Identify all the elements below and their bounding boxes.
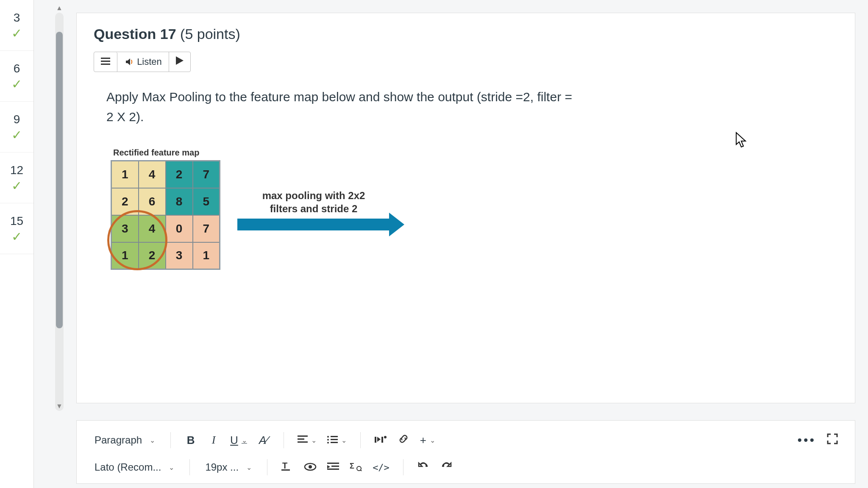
clear-format-icon: T xyxy=(281,461,293,474)
listen-label: Listen xyxy=(137,56,162,67)
accessibility-button[interactable] xyxy=(300,457,321,477)
feature-map-cell: 2 xyxy=(166,161,193,188)
equation-button[interactable]: Σ xyxy=(345,457,367,477)
link-icon xyxy=(398,433,409,448)
clear-formatting-button[interactable]: T xyxy=(277,457,298,477)
ellipsis-icon: ••• xyxy=(797,433,816,447)
plus-icon: + xyxy=(420,434,426,447)
svg-marker-24 xyxy=(327,465,330,469)
svg-marker-3 xyxy=(176,56,184,65)
svg-rect-0 xyxy=(101,58,110,59)
redo-button[interactable] xyxy=(436,457,457,477)
bold-label: B xyxy=(187,434,195,447)
align-left-icon xyxy=(298,434,308,447)
arrow-label-line-2: filters and stride 2 xyxy=(270,203,358,214)
block-format-dropdown[interactable]: Paragraph ⌄ xyxy=(89,430,161,450)
svg-point-9 xyxy=(327,439,329,441)
svg-rect-22 xyxy=(331,466,339,467)
code-view-button[interactable]: </> xyxy=(368,457,394,477)
feature-map-cell: 2 xyxy=(111,188,139,215)
more-tools-button[interactable]: ••• xyxy=(793,430,820,450)
listen-menu-button[interactable] xyxy=(94,52,117,72)
bullet-list-icon xyxy=(327,434,338,447)
indent-button[interactable] xyxy=(323,457,344,477)
nav-question-number: 6 xyxy=(14,62,20,75)
feature-map-wrapper: Rectified feature map 1 4 2 7 2 6 8 5 xyxy=(111,148,220,272)
equation-icon: Σ xyxy=(350,461,362,474)
question-content-panel: Question 17 (5 points) Listen Apply Max … xyxy=(76,13,855,403)
nav-question-9[interactable]: 9 ✓ xyxy=(0,102,33,152)
listen-play-button[interactable] xyxy=(169,52,190,72)
check-icon: ✓ xyxy=(11,230,22,243)
listen-button[interactable]: Listen xyxy=(117,52,169,72)
scroll-down-icon[interactable]: ▼ xyxy=(55,402,64,410)
question-prompt: Apply Max Pooling to the feature map bel… xyxy=(106,87,825,127)
vertical-scrollbar[interactable]: ▲ ▼ xyxy=(55,13,64,411)
svg-rect-15 xyxy=(381,437,383,443)
svg-rect-23 xyxy=(327,469,339,470)
fullscreen-button[interactable] xyxy=(822,430,843,450)
svg-text:Σ: Σ xyxy=(350,462,354,470)
rich-text-editor-toolbar: Paragraph ⌄ B I U⌄ A⁄ ⌄ ⌄ +⌄ xyxy=(76,420,855,484)
nav-question-number: 9 xyxy=(14,113,20,126)
italic-button[interactable]: I xyxy=(203,430,224,450)
nav-question-number: 15 xyxy=(10,214,23,228)
listen-toolbar: Listen xyxy=(94,52,191,72)
svg-rect-10 xyxy=(331,439,338,440)
feature-map-cell: 5 xyxy=(193,188,220,215)
svg-rect-13 xyxy=(375,437,376,443)
font-size-label: 19px ... xyxy=(205,461,239,473)
scroll-up-icon[interactable]: ▲ xyxy=(55,4,64,12)
media-button[interactable] xyxy=(370,430,391,450)
svg-point-7 xyxy=(327,436,329,438)
nav-question-15[interactable]: 15 ✓ xyxy=(0,203,33,254)
bold-button[interactable]: B xyxy=(180,430,201,450)
nav-question-6[interactable]: 6 ✓ xyxy=(0,51,33,102)
check-icon: ✓ xyxy=(11,129,22,141)
feature-map-cell: 3 xyxy=(166,242,193,269)
menu-icon xyxy=(101,57,110,68)
undo-button[interactable] xyxy=(413,457,434,477)
nav-question-12[interactable]: 12 ✓ xyxy=(0,152,33,203)
prompt-line-1: Apply Max Pooling to the feature map bel… xyxy=(106,90,572,104)
svg-rect-18 xyxy=(281,469,290,471)
redo-icon xyxy=(441,461,452,474)
svg-line-27 xyxy=(360,470,362,471)
nav-question-3[interactable]: 3 ✓ xyxy=(0,0,33,51)
feature-map-cell: 1 xyxy=(111,161,139,188)
check-icon: ✓ xyxy=(11,180,22,192)
chevron-down-icon: ⌄ xyxy=(430,436,435,444)
question-figure: Rectified feature map 1 4 2 7 2 6 8 5 xyxy=(111,148,838,272)
feature-map-cell: 2 xyxy=(139,242,166,269)
question-label-prefix: Question xyxy=(94,26,160,42)
svg-rect-5 xyxy=(298,438,304,440)
indent-icon xyxy=(327,461,339,474)
font-size-dropdown[interactable]: 19px ... ⌄ xyxy=(199,457,258,477)
question-number: 17 xyxy=(160,26,176,42)
scrollbar-thumb[interactable] xyxy=(56,32,63,328)
svg-rect-4 xyxy=(298,435,308,437)
media-icon xyxy=(375,434,387,447)
underline-button[interactable]: U⌄ xyxy=(226,430,251,450)
text-color-button[interactable]: A⁄ xyxy=(253,430,274,450)
question-title: Question 17 (5 points) xyxy=(94,26,838,42)
arrow-label-group: max pooling with 2x2 filters and stride … xyxy=(237,189,390,230)
arrow-right-icon xyxy=(237,219,390,230)
list-button[interactable]: ⌄ xyxy=(323,430,351,450)
link-button[interactable] xyxy=(393,430,414,450)
align-button[interactable]: ⌄ xyxy=(293,430,321,450)
svg-text:T: T xyxy=(282,461,287,470)
insert-plus-button[interactable]: +⌄ xyxy=(416,430,440,450)
feature-map-cell: 3 xyxy=(111,215,139,242)
svg-rect-6 xyxy=(298,441,308,443)
block-format-label: Paragraph xyxy=(95,434,142,446)
nav-question-number: 3 xyxy=(14,11,20,25)
question-points: (5 points) xyxy=(176,26,240,42)
font-family-dropdown[interactable]: Lato (Recom... ⌄ xyxy=(89,457,180,477)
code-icon: </> xyxy=(373,462,389,473)
eye-icon xyxy=(304,461,317,474)
feature-map-cell: 0 xyxy=(166,215,193,242)
fullscreen-icon xyxy=(827,433,838,447)
feature-map-caption: Rectified feature map xyxy=(111,148,220,158)
arrow-label: max pooling with 2x2 filters and stride … xyxy=(262,189,365,215)
